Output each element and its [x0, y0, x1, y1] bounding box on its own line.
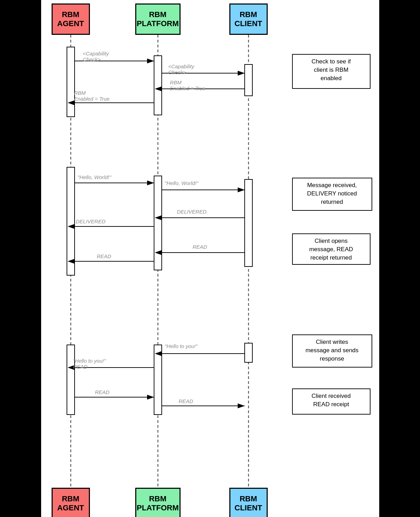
actor-client-bottom: RBMCLIENT — [229, 488, 268, 517]
svg-rect-11 — [245, 64, 252, 96]
note-read-receipt: Client opensmessage, READreceipt returne… — [292, 233, 371, 265]
arrow-label-5: "Hello, World!" — [78, 174, 112, 180]
actor-client-label: RBMCLIENT — [235, 10, 262, 29]
arrow-label-14: READ — [179, 398, 193, 404]
actor-client-top: RBMCLIENT — [229, 3, 268, 35]
svg-rect-9 — [154, 176, 162, 270]
actor-platform-bottom: RBMPLATFORM — [135, 488, 181, 517]
arrow-label-9: READ — [193, 244, 207, 250]
actor-agent-top: RBM AGENT — [52, 3, 90, 35]
actor-platform-bot-label: RBMPLATFORM — [137, 494, 179, 513]
arrow-label-3: RBMEnabled = True — [170, 79, 206, 91]
arrow-label-12: "Hello to you!"READ — [73, 358, 106, 370]
svg-rect-5 — [67, 47, 75, 117]
arrow-label-10: READ — [97, 253, 112, 259]
note-rbm-enabled: Check to see ifclient is RBMenabled — [292, 54, 371, 89]
actor-platform-top: RBMPLATFORM — [135, 3, 181, 35]
actor-agent-bottom: RBMAGENT — [52, 488, 90, 517]
arrow-label-7: DELIVERED — [177, 209, 207, 215]
svg-rect-7 — [67, 345, 75, 415]
svg-rect-12 — [245, 179, 252, 267]
svg-rect-13 — [245, 343, 252, 362]
arrow-label-13: READ — [95, 389, 110, 395]
arrow-label-6: "Hello, World!" — [165, 180, 199, 186]
actor-agent-bot-label: RBMAGENT — [57, 494, 84, 513]
svg-rect-8 — [154, 56, 162, 115]
note-client-writes: Client writesmessage and sendsresponse — [292, 334, 372, 368]
svg-rect-10 — [154, 345, 162, 415]
actor-client-bot-label: RBMCLIENT — [235, 494, 262, 513]
svg-rect-6 — [67, 167, 75, 275]
arrow-label-2: <CapabilityCheck> — [168, 63, 194, 75]
arrow-label-4: RBMEnabled = True — [74, 90, 110, 102]
arrow-label-11: "Hello to you!" — [165, 343, 198, 349]
arrow-label-8: DELIVERED — [76, 218, 106, 224]
actor-agent-label: RBM AGENT — [55, 10, 87, 29]
sequence-diagram: RBM AGENT RBMPLATFORM RBMCLIENT RBMAGENT… — [41, 0, 379, 517]
arrow-label-1: <CapabilityCheck> — [83, 51, 109, 62]
actor-platform-label: RBMPLATFORM — [137, 10, 179, 29]
note-delivery: Message received,DELIVERY noticedreturne… — [292, 178, 372, 211]
note-client-read: Client receivedREAD receipt — [292, 388, 371, 415]
